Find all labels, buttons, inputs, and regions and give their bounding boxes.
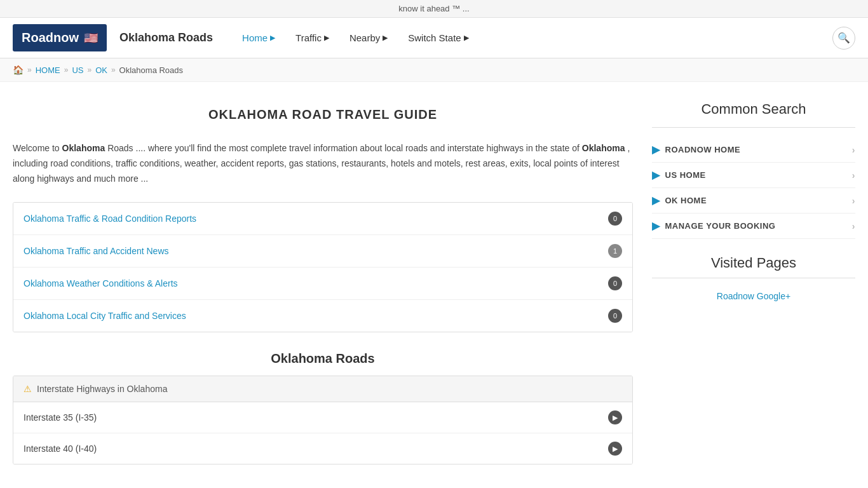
- logo-flag: 🇺🇸: [84, 31, 98, 45]
- nearby-arrow: ▶: [383, 34, 388, 42]
- circle-icon: ▶: [652, 169, 660, 181]
- google-plus-link[interactable]: Roadnow Google+: [652, 291, 855, 301]
- common-search-title: Common Search: [652, 95, 855, 118]
- home-arrow: ▶: [270, 34, 275, 42]
- traffic-arrow: ▶: [324, 34, 329, 42]
- badge-weather: 0: [608, 276, 622, 290]
- city-traffic-link[interactable]: Oklahoma Local City Traffic and Services: [24, 311, 186, 321]
- nav-switch-state[interactable]: Switch State▶: [398, 27, 478, 48]
- intro-text: Welcome to Oklahoma Roads .... where you…: [13, 141, 633, 186]
- content-area: OKLAHOMA ROAD TRAVEL GUIDE Welcome to Ok…: [13, 95, 633, 464]
- nav-traffic[interactable]: Traffic▶: [285, 27, 339, 48]
- sidebar-us-home[interactable]: ▶ US HOME ›: [652, 163, 855, 188]
- road-header-label: Interstate Highways in Oklahoma: [37, 384, 167, 394]
- weather-link[interactable]: Oklahoma Weather Conditions & Alerts: [24, 278, 178, 288]
- visited-pages-title: Visited Pages: [652, 255, 855, 271]
- header: Roadnow 🇺🇸 Oklahoma Roads Home▶ Traffic▶…: [0, 18, 868, 58]
- list-item[interactable]: Oklahoma Traffic and Accident News 1: [13, 235, 632, 268]
- badge-city: 0: [608, 309, 622, 323]
- circle-icon: ▶: [652, 220, 660, 232]
- roads-section-title: Oklahoma Roads: [13, 351, 633, 366]
- switch-state-arrow: ▶: [464, 34, 469, 42]
- road-section: ⚠ Interstate Highways in Oklahoma Inters…: [13, 376, 633, 464]
- warning-icon: ⚠: [24, 384, 32, 394]
- road-row-i35[interactable]: Interstate 35 (I-35) ▶: [13, 402, 632, 433]
- road-header: ⚠ Interstate Highways in Oklahoma: [13, 376, 632, 402]
- top-bar-text: know it ahead ™ ...: [398, 4, 469, 13]
- chev-icon-2: ›: [852, 170, 855, 180]
- search-button[interactable]: 🔍: [832, 27, 855, 50]
- sidebar-roadnow-home[interactable]: ▶ ROADNOW HOME ›: [652, 137, 855, 163]
- sidebar-divider-2: [652, 278, 855, 278]
- nav-home[interactable]: Home▶: [232, 27, 285, 48]
- sidebar-ok-home[interactable]: ▶ OK HOME ›: [652, 188, 855, 214]
- traffic-road-link[interactable]: Oklahoma Traffic & Road Condition Report…: [24, 214, 196, 224]
- breadcrumb-current: Oklahoma Roads: [119, 65, 183, 75]
- nav-nearby[interactable]: Nearby▶: [339, 27, 398, 48]
- logo-text: Roadnow: [22, 30, 79, 45]
- list-item[interactable]: Oklahoma Traffic & Road Condition Report…: [13, 203, 632, 235]
- sidebar-divider-1: [652, 127, 855, 128]
- sidebar: Common Search ▶ ROADNOW HOME › ▶ US HOME…: [652, 95, 855, 464]
- chev-icon-1: ›: [852, 145, 855, 155]
- chev-icon-3: ›: [852, 196, 855, 206]
- road-row-i40[interactable]: Interstate 40 (I-40) ▶: [13, 433, 632, 464]
- main-nav: Home▶ Traffic▶ Nearby▶ Switch State▶: [232, 27, 832, 48]
- circle-icon: ▶: [652, 194, 660, 207]
- breadcrumb-us[interactable]: US: [72, 65, 83, 75]
- home-icon: 🏠: [13, 65, 24, 75]
- accident-news-link[interactable]: Oklahoma Traffic and Accident News: [24, 246, 169, 256]
- badge-i35: ▶: [608, 410, 622, 424]
- site-title: Oklahoma Roads: [119, 31, 213, 44]
- breadcrumb-ok[interactable]: OK: [95, 65, 107, 75]
- badge-i40: ▶: [608, 442, 622, 456]
- links-card: Oklahoma Traffic & Road Condition Report…: [13, 202, 633, 332]
- list-item[interactable]: Oklahoma Local City Traffic and Services…: [13, 300, 632, 332]
- chev-icon-4: ›: [852, 221, 855, 231]
- circle-icon: ▶: [652, 144, 660, 156]
- list-item[interactable]: Oklahoma Weather Conditions & Alerts 0: [13, 268, 632, 300]
- main-container: OKLAHOMA ROAD TRAVEL GUIDE Welcome to Ok…: [0, 82, 868, 477]
- top-bar: know it ahead ™ ...: [0, 0, 868, 18]
- logo[interactable]: Roadnow 🇺🇸: [13, 24, 107, 51]
- breadcrumb: 🏠 » HOME » US » OK » Oklahoma Roads: [0, 58, 868, 82]
- sidebar-manage-booking[interactable]: ▶ MANAGE YOUR BOOKING ›: [652, 214, 855, 239]
- badge-traffic: 0: [608, 212, 622, 226]
- breadcrumb-home[interactable]: HOME: [36, 65, 60, 75]
- badge-news: 1: [608, 244, 622, 258]
- page-title: OKLAHOMA ROAD TRAVEL GUIDE: [13, 107, 633, 122]
